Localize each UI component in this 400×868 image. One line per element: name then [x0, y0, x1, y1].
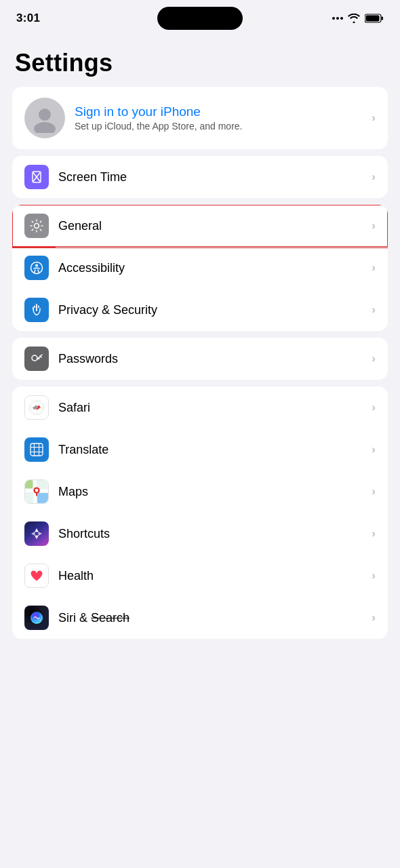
dynamic-island	[157, 7, 243, 30]
settings-content: Settings Sign in to your iPhone Set up i…	[0, 37, 400, 659]
health-icon	[24, 564, 49, 588]
privacy-icon	[24, 298, 49, 322]
settings-row-safari[interactable]: Safari ›	[12, 387, 388, 429]
svg-rect-23	[37, 493, 48, 503]
translate-icon	[24, 437, 49, 462]
account-group: Sign in to your iPhone Set up iCloud, th…	[12, 87, 388, 149]
screen-time-icon	[24, 165, 49, 189]
shortcuts-icon	[24, 521, 49, 546]
status-icons	[332, 14, 384, 23]
passwords-chevron: ›	[372, 352, 376, 366]
settings-row-translate[interactable]: Translate ›	[12, 429, 388, 471]
accessibility-chevron: ›	[372, 261, 376, 275]
group-passwords: Passwords ›	[12, 338, 388, 380]
shortcuts-chevron: ›	[372, 527, 376, 540]
svg-rect-2	[366, 16, 380, 22]
general-icon	[24, 214, 49, 238]
settings-row-siri[interactable]: Siri & Search ›	[12, 597, 388, 639]
safari-chevron: ›	[372, 401, 376, 414]
status-time: 3:01	[16, 12, 40, 25]
maps-label: Maps	[58, 485, 362, 499]
svg-point-6	[35, 224, 39, 229]
siri-chevron: ›	[372, 611, 376, 625]
account-sign-in-title: Sign in to your iPhone	[75, 104, 362, 119]
group-general: General › Accessibility ›	[12, 205, 388, 331]
group-apps: Safari › Translate ›	[12, 387, 388, 639]
account-text: Sign in to your iPhone Set up iCloud, th…	[75, 104, 362, 132]
page-title: Settings	[0, 37, 400, 87]
settings-row-privacy[interactable]: Privacy & Security ›	[12, 289, 388, 331]
health-label: Health	[58, 569, 362, 583]
status-bar: 3:01	[0, 0, 400, 37]
safari-label: Safari	[58, 401, 362, 415]
translate-label: Translate	[58, 443, 362, 457]
siri-icon	[24, 606, 49, 630]
svg-point-3	[39, 108, 51, 121]
privacy-label: Privacy & Security	[58, 303, 362, 317]
screen-time-chevron: ›	[372, 170, 376, 184]
group-screen-time: Screen Time ›	[12, 156, 388, 198]
passwords-icon	[24, 347, 49, 371]
wifi-icon	[348, 14, 360, 23]
avatar	[24, 98, 65, 138]
account-row[interactable]: Sign in to your iPhone Set up iCloud, th…	[12, 87, 388, 149]
accessibility-label: Accessibility	[58, 261, 362, 275]
privacy-chevron: ›	[372, 303, 376, 317]
svg-rect-22	[25, 480, 33, 488]
general-label: General	[58, 219, 362, 233]
shortcuts-label: Shortcuts	[58, 527, 362, 541]
settings-row-maps[interactable]: Maps ›	[12, 471, 388, 513]
settings-row-general[interactable]: General ›	[12, 205, 388, 247]
screen-time-label: Screen Time	[58, 170, 362, 184]
account-chevron: ›	[372, 111, 376, 125]
settings-row-health[interactable]: Health ›	[12, 555, 388, 597]
siri-label: Siri & Search	[58, 611, 362, 625]
svg-point-25	[35, 489, 39, 492]
safari-icon	[24, 395, 49, 420]
settings-row-shortcuts[interactable]: Shortcuts ›	[12, 513, 388, 555]
svg-rect-13	[31, 443, 43, 456]
settings-row-passwords[interactable]: Passwords ›	[12, 338, 388, 380]
svg-point-4	[34, 122, 56, 133]
svg-point-8	[35, 264, 38, 267]
settings-row-accessibility[interactable]: Accessibility ›	[12, 247, 388, 289]
health-chevron: ›	[372, 569, 376, 583]
passwords-label: Passwords	[58, 352, 362, 366]
settings-row-screen-time[interactable]: Screen Time ›	[12, 156, 388, 198]
signal-icon	[332, 17, 343, 20]
translate-chevron: ›	[372, 443, 376, 456]
account-sign-in-subtitle: Set up iCloud, the App Store, and more.	[75, 121, 362, 132]
accessibility-icon	[24, 256, 49, 280]
maps-chevron: ›	[372, 485, 376, 498]
maps-icon	[24, 479, 49, 504]
svg-rect-1	[382, 17, 384, 20]
general-chevron: ›	[372, 219, 376, 233]
svg-point-9	[32, 355, 37, 361]
battery-icon	[365, 14, 384, 23]
